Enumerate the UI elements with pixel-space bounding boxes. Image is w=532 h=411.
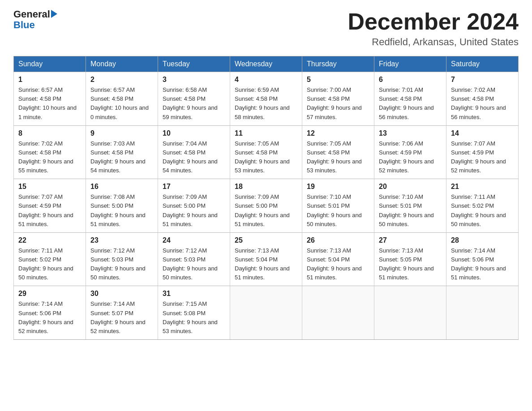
day-info: Sunrise: 7:11 AMSunset: 5:02 PMDaylight:… [18, 246, 81, 283]
calendar-day-cell: 20Sunrise: 7:10 AMSunset: 5:01 PMDayligh… [374, 179, 446, 233]
calendar-day-cell: 13Sunrise: 7:06 AMSunset: 4:59 PMDayligh… [374, 125, 446, 179]
day-info: Sunrise: 7:15 AMSunset: 5:08 PMDaylight:… [163, 300, 225, 336]
day-info: Sunrise: 7:07 AMSunset: 4:59 PMDaylight:… [451, 139, 514, 176]
day-number: 6 [379, 76, 442, 84]
calendar-day-cell: 7Sunrise: 7:02 AMSunset: 4:58 PMDaylight… [446, 72, 519, 126]
day-info: Sunrise: 7:13 AMSunset: 5:04 PMDaylight:… [307, 246, 369, 283]
weekday-header-friday: Friday [374, 56, 446, 72]
calendar-day-cell: 23Sunrise: 7:12 AMSunset: 5:03 PMDayligh… [86, 232, 158, 286]
day-number: 28 [451, 236, 514, 244]
day-number: 1 [18, 76, 81, 84]
day-number: 24 [163, 236, 225, 244]
day-number: 10 [163, 129, 225, 137]
day-number: 25 [235, 236, 297, 244]
day-number: 2 [90, 76, 153, 84]
day-number: 13 [379, 129, 442, 137]
day-info: Sunrise: 6:58 AMSunset: 4:58 PMDaylight:… [163, 86, 225, 122]
day-number: 14 [451, 129, 514, 137]
calendar-day-cell: 26Sunrise: 7:13 AMSunset: 5:04 PMDayligh… [302, 232, 374, 286]
day-info: Sunrise: 7:10 AMSunset: 5:01 PMDaylight:… [379, 193, 442, 229]
day-number: 30 [90, 290, 153, 298]
calendar-day-cell: 14Sunrise: 7:07 AMSunset: 4:59 PMDayligh… [446, 125, 519, 179]
day-number: 23 [90, 236, 153, 244]
calendar-day-cell [446, 286, 519, 340]
calendar-day-cell: 4Sunrise: 6:59 AMSunset: 4:58 PMDaylight… [230, 72, 302, 126]
calendar-day-cell: 1Sunrise: 6:57 AMSunset: 4:58 PMDaylight… [14, 72, 86, 126]
calendar-day-cell [302, 286, 374, 340]
calendar-day-cell: 11Sunrise: 7:05 AMSunset: 4:58 PMDayligh… [230, 125, 302, 179]
calendar-day-cell: 31Sunrise: 7:15 AMSunset: 5:08 PMDayligh… [158, 286, 230, 340]
day-info: Sunrise: 7:03 AMSunset: 4:58 PMDaylight:… [90, 139, 153, 176]
calendar-day-cell: 8Sunrise: 7:02 AMSunset: 4:58 PMDaylight… [14, 125, 86, 179]
calendar-table: SundayMondayTuesdayWednesdayThursdayFrid… [13, 56, 519, 340]
day-number: 4 [235, 76, 297, 84]
day-number: 29 [18, 290, 81, 298]
calendar-day-cell: 17Sunrise: 7:09 AMSunset: 5:00 PMDayligh… [158, 179, 230, 233]
day-info: Sunrise: 7:13 AMSunset: 5:04 PMDaylight:… [235, 246, 297, 283]
calendar-week-row: 22Sunrise: 7:11 AMSunset: 5:02 PMDayligh… [14, 232, 519, 286]
day-info: Sunrise: 7:12 AMSunset: 5:03 PMDaylight:… [90, 246, 153, 283]
day-info: Sunrise: 7:04 AMSunset: 4:58 PMDaylight:… [163, 139, 225, 176]
calendar-day-cell: 29Sunrise: 7:14 AMSunset: 5:06 PMDayligh… [14, 286, 86, 340]
weekday-header-row: SundayMondayTuesdayWednesdayThursdayFrid… [14, 56, 519, 72]
month-title: December 2024 [348, 9, 519, 34]
title-block: December 2024 Redfield, Arkansas, United… [348, 9, 519, 48]
calendar-day-cell: 28Sunrise: 7:14 AMSunset: 5:06 PMDayligh… [446, 232, 519, 286]
day-info: Sunrise: 7:10 AMSunset: 5:01 PMDaylight:… [307, 193, 369, 229]
calendar-week-row: 1Sunrise: 6:57 AMSunset: 4:58 PMDaylight… [14, 72, 519, 126]
day-number: 31 [163, 290, 225, 298]
day-number: 15 [18, 183, 81, 191]
calendar-day-cell [374, 286, 446, 340]
logo-text: General [13, 9, 57, 20]
day-info: Sunrise: 7:06 AMSunset: 4:59 PMDaylight:… [379, 139, 442, 176]
logo: General Blue [13, 9, 57, 30]
calendar-day-cell: 22Sunrise: 7:11 AMSunset: 5:02 PMDayligh… [14, 232, 86, 286]
day-number: 3 [163, 76, 225, 84]
day-info: Sunrise: 6:57 AMSunset: 4:58 PMDaylight:… [90, 86, 153, 122]
calendar-day-cell: 3Sunrise: 6:58 AMSunset: 4:58 PMDaylight… [158, 72, 230, 126]
day-info: Sunrise: 7:05 AMSunset: 4:58 PMDaylight:… [235, 139, 297, 176]
day-number: 20 [379, 183, 442, 191]
day-info: Sunrise: 7:09 AMSunset: 5:00 PMDaylight:… [235, 193, 297, 229]
calendar-day-cell: 6Sunrise: 7:01 AMSunset: 4:58 PMDaylight… [374, 72, 446, 126]
day-number: 11 [235, 129, 297, 137]
calendar-day-cell: 21Sunrise: 7:11 AMSunset: 5:02 PMDayligh… [446, 179, 519, 233]
logo-blue-text: Blue [13, 20, 35, 30]
day-info: Sunrise: 7:02 AMSunset: 4:58 PMDaylight:… [451, 86, 514, 122]
logo-arrow-icon [51, 10, 57, 18]
calendar-day-cell: 9Sunrise: 7:03 AMSunset: 4:58 PMDaylight… [86, 125, 158, 179]
day-info: Sunrise: 7:14 AMSunset: 5:07 PMDaylight:… [90, 300, 153, 336]
day-info: Sunrise: 7:07 AMSunset: 4:59 PMDaylight:… [18, 193, 81, 229]
day-number: 8 [18, 129, 81, 137]
day-info: Sunrise: 6:59 AMSunset: 4:58 PMDaylight:… [235, 86, 297, 122]
calendar-day-cell: 27Sunrise: 7:13 AMSunset: 5:05 PMDayligh… [374, 232, 446, 286]
calendar-day-cell: 25Sunrise: 7:13 AMSunset: 5:04 PMDayligh… [230, 232, 302, 286]
calendar-day-cell: 30Sunrise: 7:14 AMSunset: 5:07 PMDayligh… [86, 286, 158, 340]
calendar-day-cell: 16Sunrise: 7:08 AMSunset: 5:00 PMDayligh… [86, 179, 158, 233]
weekday-header-wednesday: Wednesday [230, 56, 302, 72]
calendar-day-cell [230, 286, 302, 340]
page-header: General Blue December 2024 Redfield, Ark… [13, 9, 519, 48]
location-title: Redfield, Arkansas, United States [348, 36, 519, 48]
calendar-week-row: 15Sunrise: 7:07 AMSunset: 4:59 PMDayligh… [14, 179, 519, 233]
day-info: Sunrise: 7:02 AMSunset: 4:58 PMDaylight:… [18, 139, 81, 176]
day-number: 12 [307, 129, 369, 137]
day-info: Sunrise: 7:01 AMSunset: 4:58 PMDaylight:… [379, 86, 442, 122]
weekday-header-saturday: Saturday [446, 56, 519, 72]
calendar-day-cell: 24Sunrise: 7:12 AMSunset: 5:03 PMDayligh… [158, 232, 230, 286]
day-info: Sunrise: 7:14 AMSunset: 5:06 PMDaylight:… [18, 300, 81, 336]
calendar-day-cell: 10Sunrise: 7:04 AMSunset: 4:58 PMDayligh… [158, 125, 230, 179]
day-info: Sunrise: 7:00 AMSunset: 4:58 PMDaylight:… [307, 86, 369, 122]
day-number: 9 [90, 129, 153, 137]
calendar-week-row: 29Sunrise: 7:14 AMSunset: 5:06 PMDayligh… [14, 286, 519, 340]
calendar-day-cell: 15Sunrise: 7:07 AMSunset: 4:59 PMDayligh… [14, 179, 86, 233]
day-number: 22 [18, 236, 81, 244]
calendar-day-cell: 12Sunrise: 7:05 AMSunset: 4:58 PMDayligh… [302, 125, 374, 179]
day-number: 16 [90, 183, 153, 191]
calendar-day-cell: 2Sunrise: 6:57 AMSunset: 4:58 PMDaylight… [86, 72, 158, 126]
day-info: Sunrise: 6:57 AMSunset: 4:58 PMDaylight:… [18, 86, 81, 122]
day-number: 7 [451, 76, 514, 84]
calendar-week-row: 8Sunrise: 7:02 AMSunset: 4:58 PMDaylight… [14, 125, 519, 179]
calendar-day-cell: 19Sunrise: 7:10 AMSunset: 5:01 PMDayligh… [302, 179, 374, 233]
day-number: 27 [379, 236, 442, 244]
